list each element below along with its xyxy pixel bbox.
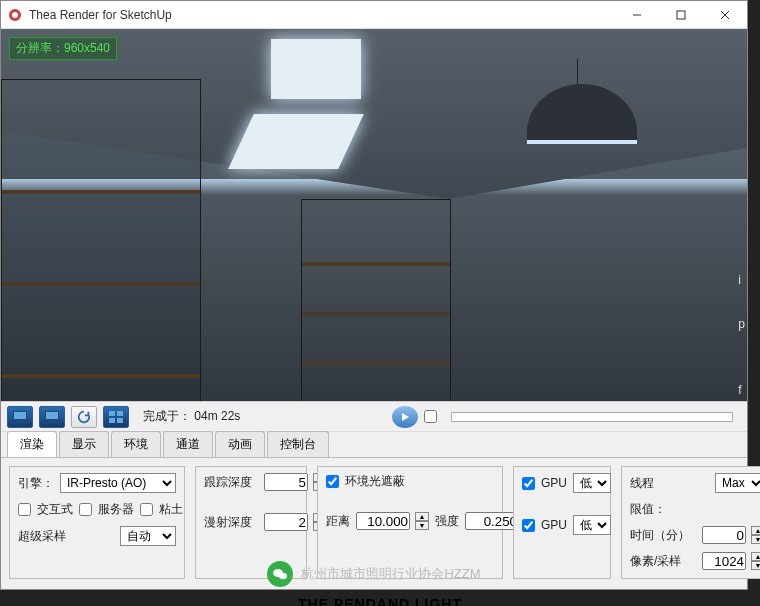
svg-rect-7: [14, 412, 26, 419]
save-image-button[interactable]: [7, 406, 33, 428]
ao-group: 环境光遮蔽 距离 ▲▼ 强度 ▲▼: [317, 466, 503, 579]
supersample-label: 超级采样: [18, 528, 66, 545]
minimize-button[interactable]: [615, 1, 659, 29]
tab-console[interactable]: 控制台: [267, 431, 329, 457]
tab-environment[interactable]: 环境: [111, 431, 161, 457]
spinner-icon[interactable]: ▲▼: [751, 526, 760, 544]
time-limit-input[interactable]: [702, 526, 746, 544]
cropped-caption: THE PENDAND LIGHT: [298, 596, 462, 606]
cropped-text: ipf: [738, 269, 745, 401]
threads-select[interactable]: Max: [715, 473, 760, 493]
ao-enable-checkbox[interactable]: [326, 475, 339, 488]
gpu2-select[interactable]: 低: [573, 515, 611, 535]
svg-rect-10: [109, 411, 115, 416]
render-viewport[interactable]: 分辨率：960x540 ipf: [1, 29, 747, 401]
close-button[interactable]: [703, 1, 747, 29]
progress-bar[interactable]: [451, 412, 733, 422]
trace-group: 跟踪深度 ▲▼ 漫射深度 ▲▼: [195, 466, 307, 579]
gpu1-select[interactable]: 低: [573, 473, 611, 493]
gpu-group: GPU 低 GPU 低: [513, 466, 611, 579]
diffuse-depth-input[interactable]: [264, 513, 308, 531]
svg-point-1: [12, 12, 18, 18]
samples-limit-input[interactable]: [702, 552, 746, 570]
engine-label: 引擎：: [18, 475, 54, 492]
tab-display[interactable]: 显示: [59, 431, 109, 457]
engine-select[interactable]: IR-Presto (AO): [60, 473, 176, 493]
svg-rect-9: [46, 412, 58, 419]
svg-marker-14: [402, 413, 409, 421]
svg-rect-13: [117, 418, 123, 423]
spinner-icon[interactable]: ▲▼: [751, 552, 760, 570]
refresh-button[interactable]: [71, 406, 97, 428]
settings-panel: 引擎： IR-Presto (AO) 交互式 服务器 粘土 超级采样 自动 跟踪…: [1, 457, 747, 589]
pendant-lamp-icon: [497, 59, 657, 159]
render-toolbar: 完成于： 04m 22s: [1, 401, 747, 431]
play-button[interactable]: [392, 406, 418, 428]
gpu1-checkbox[interactable]: [522, 477, 535, 490]
tab-channels[interactable]: 通道: [163, 431, 213, 457]
window-title: Thea Render for SketchUp: [29, 8, 615, 22]
tab-render[interactable]: 渲染: [7, 431, 57, 457]
interactive-checkbox[interactable]: [18, 503, 31, 516]
titlebar: Thea Render for SketchUp: [1, 1, 747, 29]
engine-group: 引擎： IR-Presto (AO) 交互式 服务器 粘土 超级采样 自动: [9, 466, 185, 579]
progress-checkbox[interactable]: [424, 410, 437, 423]
image-list-button[interactable]: [39, 406, 65, 428]
tab-animation[interactable]: 动画: [215, 431, 265, 457]
svg-rect-11: [117, 411, 123, 416]
gpu2-checkbox[interactable]: [522, 519, 535, 532]
completed-label: 完成于： 04m 22s: [143, 408, 240, 425]
tab-bar: 渲染 显示 环境 通道 动画 控制台: [1, 431, 747, 457]
clay-checkbox[interactable]: [140, 503, 153, 516]
limits-group: 线程 Max 限值： 时间（分） ▲▼ 像素/采样 ▲▼: [621, 466, 760, 579]
resolution-label: 分辨率：960x540: [9, 37, 117, 60]
svg-rect-12: [109, 418, 115, 423]
spinner-icon[interactable]: ▲▼: [415, 512, 429, 530]
trace-depth-input[interactable]: [264, 473, 308, 491]
server-checkbox[interactable]: [79, 503, 92, 516]
maximize-button[interactable]: [659, 1, 703, 29]
ao-intensity-input[interactable]: [465, 512, 519, 530]
thumbnail-button[interactable]: [103, 406, 129, 428]
ao-distance-input[interactable]: [356, 512, 410, 530]
app-logo-icon: [7, 7, 23, 23]
supersample-select[interactable]: 自动: [120, 526, 176, 546]
svg-rect-3: [677, 11, 685, 19]
